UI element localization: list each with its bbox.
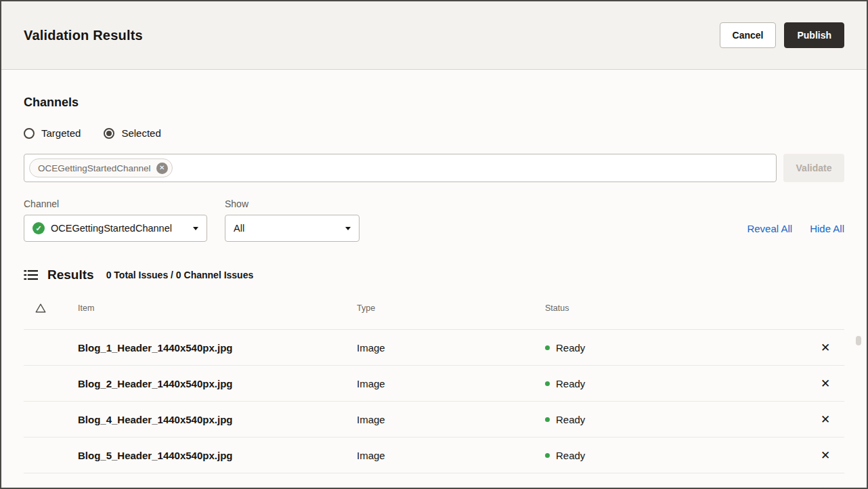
type-cell: Image (357, 414, 545, 425)
type-column-header: Type (357, 303, 545, 313)
close-icon[interactable]: ✕ (821, 378, 830, 389)
table-row: Blog_4_Header_1440x540px.jpg Image Ready… (24, 402, 844, 438)
item-column-header: Item (78, 303, 357, 313)
close-icon[interactable]: ✕ (821, 342, 830, 354)
results-summary: 0 Total Issues / 0 Channel Issues (106, 270, 254, 280)
status-label: Ready (556, 342, 585, 354)
targeted-radio-label: Targeted (41, 127, 81, 139)
results-table: Item Type Status Blog_1_Header_1440x540p… (24, 286, 844, 489)
status-label: Ready (556, 378, 585, 389)
check-circle-icon: ✓ (32, 222, 45, 234)
results-header: Results 0 Total Issues / 0 Channel Issue… (24, 268, 844, 282)
channel-dropdown-value: OCEGettingStartedChannel (51, 223, 172, 234)
show-filter-group: Show All (225, 198, 360, 242)
table-header: Item Type Status (24, 286, 844, 330)
item-cell: Blog_6_Header_1440x540px.jpg (78, 486, 357, 489)
targeted-radio[interactable]: Targeted (24, 127, 81, 139)
table-row: Blog_5_Header_1440x540px.jpg Image Ready… (24, 438, 844, 473)
status-cell: Ready (545, 450, 806, 461)
warning-triangle-icon (35, 303, 46, 313)
remove-item-button[interactable]: ✕ (806, 414, 844, 425)
show-filter-label: Show (225, 198, 360, 209)
reveal-all-link[interactable]: Reveal All (747, 223, 792, 234)
warning-column-header (24, 303, 78, 313)
remove-item-button[interactable]: ✕ (806, 486, 844, 489)
channel-filter-label: Channel (24, 198, 207, 209)
status-cell: Ready (545, 486, 806, 489)
reveal-hide-links: Reveal All Hide All (747, 223, 844, 242)
dialog-header: Validation Results Cancel Publish (1, 1, 867, 70)
list-icon (24, 269, 38, 281)
item-cell: Blog_4_Header_1440x540px.jpg (78, 414, 357, 425)
status-dot-icon (545, 345, 550, 350)
status-cell: Ready (545, 378, 806, 389)
close-icon[interactable]: ✕ (821, 450, 830, 461)
type-cell: Image (357, 342, 545, 354)
status-cell: Ready (545, 414, 806, 425)
page-title: Validation Results (24, 28, 143, 43)
channel-tags-input[interactable]: OCEGettingStartedChannel ✕ (24, 154, 777, 182)
type-cell: Image (357, 450, 545, 461)
results-heading: Results (47, 268, 94, 282)
radio-circle-icon (24, 128, 35, 139)
channel-selection-row: OCEGettingStartedChannel ✕ Validate (24, 154, 844, 182)
status-dot-icon (545, 417, 550, 422)
show-dropdown[interactable]: All (225, 215, 360, 242)
channel-mode-radios: Targeted Selected (24, 127, 844, 139)
hide-all-link[interactable]: Hide All (810, 223, 844, 234)
scrollbar-thumb[interactable] (856, 336, 861, 345)
radio-circle-checked-icon (104, 128, 114, 139)
cancel-button[interactable]: Cancel (720, 22, 777, 48)
selected-radio[interactable]: Selected (104, 127, 160, 139)
type-cell: Image (357, 378, 545, 389)
validate-button[interactable]: Validate (783, 154, 844, 182)
channels-heading: Channels (24, 95, 844, 110)
header-actions: Cancel Publish (720, 22, 844, 48)
filter-row: Channel ✓ OCEGettingStartedChannel Show … (24, 198, 844, 242)
publish-button[interactable]: Publish (784, 22, 844, 48)
close-icon[interactable]: ✕ (821, 486, 830, 489)
dialog-body: Channels Targeted Selected OCEGettingSta… (1, 70, 867, 489)
table-row: Blog_2_Header_1440x540px.jpg Image Ready… (24, 366, 844, 402)
remove-item-button[interactable]: ✕ (806, 378, 844, 389)
item-cell: Blog_2_Header_1440x540px.jpg (78, 378, 357, 389)
status-cell: Ready (545, 342, 806, 354)
table-row: Blog_6_Header_1440x540px.jpg Image Ready… (24, 473, 844, 489)
item-cell: Blog_1_Header_1440x540px.jpg (78, 342, 357, 354)
table-row: Blog_1_Header_1440x540px.jpg Image Ready… (24, 330, 844, 366)
channel-filter-group: Channel ✓ OCEGettingStartedChannel (24, 198, 207, 242)
status-label: Ready (556, 414, 585, 425)
type-cell: Image (357, 486, 545, 489)
remove-item-button[interactable]: ✕ (806, 342, 844, 354)
status-dot-icon (545, 381, 550, 386)
show-dropdown-value: All (234, 223, 244, 234)
remove-tag-icon[interactable]: ✕ (156, 163, 168, 174)
item-cell: Blog_5_Header_1440x540px.jpg (78, 450, 357, 461)
status-label: Ready (556, 450, 585, 461)
chevron-down-icon (193, 227, 198, 230)
selected-radio-label: Selected (121, 127, 160, 139)
status-dot-icon (545, 453, 550, 458)
status-label: Ready (556, 486, 585, 489)
close-icon[interactable]: ✕ (821, 414, 830, 425)
channel-dropdown[interactable]: ✓ OCEGettingStartedChannel (24, 215, 207, 242)
validation-results-dialog: Validation Results Cancel Publish Channe… (0, 0, 868, 489)
channel-tag-label: OCEGettingStartedChannel (38, 163, 151, 173)
remove-item-button[interactable]: ✕ (806, 450, 844, 461)
channel-tag-chip: OCEGettingStartedChannel ✕ (29, 158, 173, 177)
chevron-down-icon (345, 227, 351, 230)
status-column-header: Status (545, 303, 806, 313)
